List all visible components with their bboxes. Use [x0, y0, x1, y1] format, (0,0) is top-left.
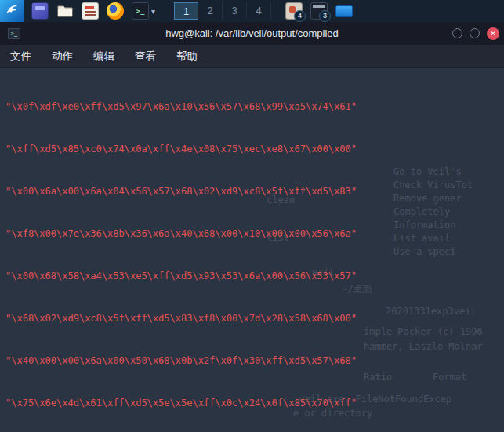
- tray-app-icon-1[interactable]: 4: [285, 2, 303, 20]
- minimize-button[interactable]: [452, 28, 462, 38]
- workspace-4[interactable]: 4: [247, 2, 271, 20]
- terminal-screen[interactable]: clean list exit Go to Veil's Check Virus…: [0, 67, 504, 432]
- tray-badge-2: 3: [319, 10, 331, 22]
- kali-dragon-icon: [5, 3, 19, 19]
- workspace-2[interactable]: 2: [198, 2, 223, 20]
- document-app-icon[interactable]: [82, 2, 99, 20]
- shellcode-line: "\x75\x6e\x4d\x61\xff\xd5\x5e\x5e\xff\x0…: [5, 396, 504, 410]
- window-buttons: ✕: [452, 22, 499, 45]
- tray-window-icon[interactable]: [335, 5, 353, 17]
- close-button[interactable]: ✕: [487, 27, 499, 40]
- close-icon: ✕: [490, 30, 496, 38]
- top-panel: >_ ▾ 1 2 3 4 4 3: [0, 0, 504, 22]
- taskbar-tray: 4 3: [285, 2, 353, 20]
- file-manager-icon[interactable]: [56, 2, 74, 20]
- menu-file[interactable]: 文件: [0, 45, 42, 67]
- shellcode-line: "\x00\x6a\x00\x6a\x04\x56\x57\x68\x02\xd…: [5, 184, 504, 198]
- firefox-icon[interactable]: [107, 2, 124, 20]
- shellcode-line: "\x00\x68\x58\xa4\x53\xe5\xff\xd5\x93\x5…: [5, 269, 504, 283]
- window-terminal-icon: >_: [8, 28, 20, 39]
- workspace-switcher: 1 2 3 4: [174, 2, 271, 20]
- menu-edit[interactable]: 编辑: [83, 45, 125, 67]
- window-menubar: 文件 动作 编辑 查看 帮助: [0, 45, 504, 68]
- shellcode-line: "\x68\x02\xd9\xc8\x5f\xff\xd5\x83\xf8\x0…: [5, 311, 504, 325]
- shellcode-line: "\xff\xd5\x85\xc0\x74\x0a\xff\x4e\x08\x7…: [5, 142, 504, 156]
- terminal-dropdown-icon[interactable]: ▾: [151, 7, 155, 16]
- menu-actions[interactable]: 动作: [42, 45, 83, 67]
- workspace-1[interactable]: 1: [174, 2, 198, 20]
- window-title: hwg@kali: /var/lib/veil/output/compiled: [0, 27, 504, 39]
- shellcode-line: "\xf8\x00\x7e\x36\x8b\x36\x6a\x40\x68\x0…: [5, 227, 504, 241]
- maximize-button[interactable]: [470, 28, 480, 38]
- tray-app-icon-2[interactable]: 3: [310, 2, 328, 20]
- desktop: >_ ▾ 1 2 3 4 4 3 >_ hwg@kali: /var/lib/v…: [0, 0, 504, 432]
- window-titlebar[interactable]: >_ hwg@kali: /var/lib/veil/output/compil…: [0, 22, 504, 45]
- menu-help[interactable]: 帮助: [166, 45, 208, 67]
- kali-menu-button[interactable]: [0, 0, 24, 22]
- shellcode-line: "\x0f\xdf\xe0\xff\xd5\x97\x6a\x10\x56\x5…: [5, 100, 504, 114]
- terminal-glyph-icon: >_: [136, 7, 145, 15]
- editor-app-icon[interactable]: [31, 2, 49, 20]
- workspace-3[interactable]: 3: [223, 2, 247, 20]
- terminal-launcher-icon[interactable]: >_: [132, 2, 149, 20]
- terminal-output: "\x0f\xdf\xe0\xff\xd5\x97\x6a\x10\x56\x5…: [0, 67, 504, 432]
- shellcode-line: "\x40\x00\x00\x6a\x00\x50\x68\x0b\x2f\x0…: [5, 354, 504, 368]
- menu-view[interactable]: 查看: [125, 45, 166, 67]
- tray-badge-1: 4: [294, 10, 306, 22]
